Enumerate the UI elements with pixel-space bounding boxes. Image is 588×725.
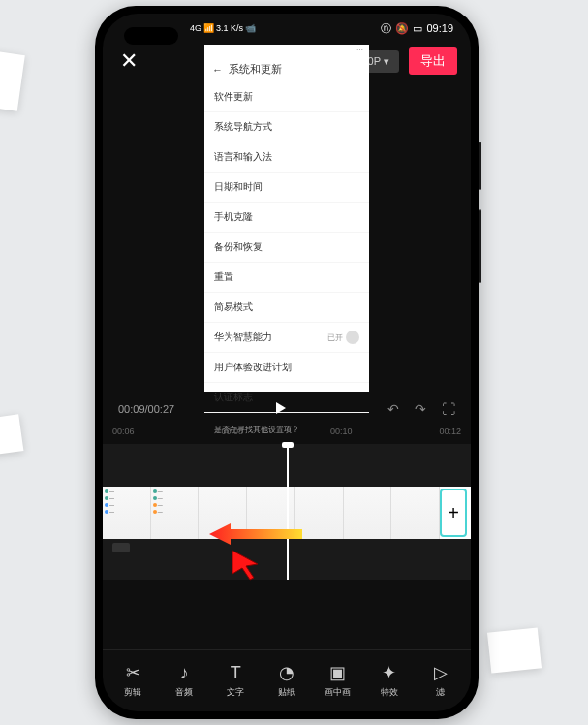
clip-thumbnail[interactable]: — — — — [103,487,151,539]
phone-frame: 4G 📶 3.1 K/s 📹 ⓝ 🔕 ▭ 09:19 ✕ 1080P▾ 导出 ⋯ [95,6,479,719]
nfc-icon: ⓝ [381,21,391,36]
preview-content-settings-page: ⋯ ← 系统和更新 软件更新 系统导航方式 语言和输入法 日期和时间 手机克隆 … [204,45,369,392]
preview-toggle-item: 华为智慧能力 已开 [204,323,369,353]
close-button[interactable]: ✕ [116,45,141,78]
tool-filter[interactable]: ▷ 滤 [416,663,465,699]
timeline[interactable]: — — — — — — — — [103,444,471,580]
svg-marker-1 [209,523,302,545]
chevron-down-icon: ▾ [384,55,389,68]
playback-controls: 00:09/00:27 ↶ ↷ ⛶ [103,392,471,426]
tool-audio[interactable]: ♪ 音频 [160,663,209,699]
preview-item: 日期和时间 [204,173,369,203]
resolution-selector[interactable]: 1080P▾ [340,50,399,73]
tutorial-cursor-pointer [229,547,263,582]
camera-notch [124,27,178,45]
phone-screen: 4G 📶 3.1 K/s 📹 ⓝ 🔕 ▭ 09:19 ✕ 1080P▾ 导出 ⋯ [103,14,471,711]
bg-decoration [0,49,25,110]
audio-track-snippet[interactable] [112,543,130,552]
preview-item: 语言和输入法 [204,142,369,173]
preview-item: 用户体验改进计划 [204,353,369,383]
playback-time: 00:09/00:27 [118,403,174,415]
scissors-icon: ✂ [126,663,140,682]
bg-decoration [0,414,23,456]
tool-text[interactable]: T 文字 [211,663,261,699]
video-preview[interactable]: ⋯ ← 系统和更新 软件更新 系统导航方式 语言和输入法 日期和时间 手机克隆 … [103,45,471,392]
svg-marker-0 [276,402,286,414]
editor-top-bar: ✕ 1080P▾ 导出 [103,43,471,79]
tool-cut[interactable]: ✂ 剪辑 [108,663,158,699]
music-icon: ♪ [180,663,189,682]
filter-icon: ▷ [434,663,448,682]
play-button[interactable] [273,400,289,418]
redo-button[interactable]: ↷ [415,401,426,417]
fullscreen-button[interactable]: ⛶ [442,401,455,417]
tool-pip[interactable]: ▣ 画中画 [313,663,362,699]
effects-icon: ✦ [382,663,396,682]
bottom-toolbar: ✂ 剪辑 ♪ 音频 T 文字 ◔ 贴纸 ▣ 画中画 ✦ 特效 [103,649,471,711]
svg-marker-2 [232,551,258,580]
sticker-icon: ◔ [279,663,294,682]
preview-item: 重置 [204,263,369,293]
volume-button [479,142,481,190]
pip-icon: ▣ [329,663,346,682]
add-clip-button[interactable]: + [440,489,467,537]
preview-item: 简易模式 [204,293,369,323]
tutorial-arrow-left [209,520,302,549]
tool-sticker[interactable]: ◔ 贴纸 [263,663,312,699]
mute-icon: 🔕 [395,22,409,35]
preview-item: 软件更新 [204,82,369,112]
network-indicator: 4G 📶 3.1 K/s 📹 [190,23,256,33]
playhead[interactable] [287,444,289,580]
preview-item: 备份和恢复 [204,233,369,263]
tool-effects[interactable]: ✦ 特效 [364,663,414,699]
bg-decoration [487,627,542,673]
export-button[interactable]: 导出 [409,47,457,75]
preview-item: 系统导航方式 [204,112,369,142]
clip-thumbnail[interactable]: — — — — [151,487,200,539]
preview-item: 手机克隆 [204,203,369,233]
power-button [479,209,481,283]
clip-thumbnail[interactable] [295,487,344,539]
clock: 09:19 [426,22,453,34]
text-icon: T [231,663,241,682]
clip-thumbnail[interactable] [344,487,392,539]
clip-thumbnail[interactable] [391,487,440,539]
battery-icon: ▭ [413,22,422,35]
undo-button[interactable]: ↶ [387,401,399,417]
